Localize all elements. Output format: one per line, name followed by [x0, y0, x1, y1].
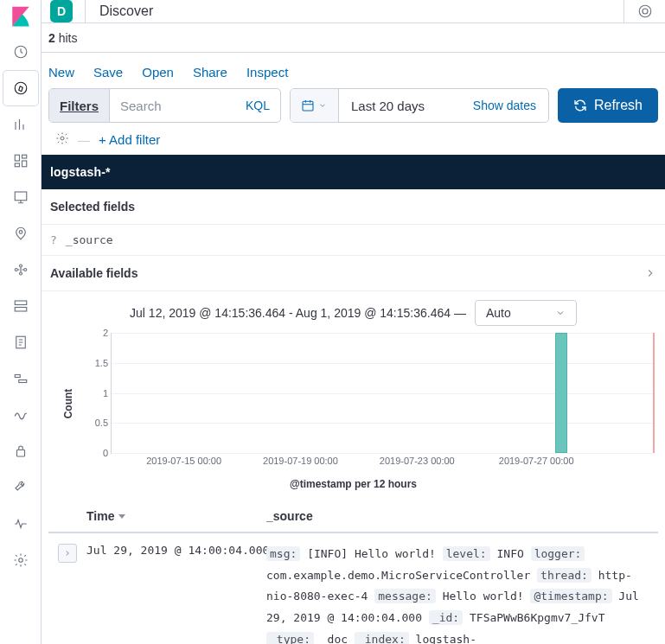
search-input[interactable]: Search KQL [110, 89, 280, 122]
svg-rect-5 [15, 163, 19, 167]
nav-ml-icon[interactable] [3, 252, 38, 287]
svg-rect-16 [18, 380, 26, 383]
now-marker [653, 333, 655, 453]
table-header: Time _source [48, 495, 658, 533]
refresh-label: Refresh [594, 98, 643, 113]
table-row: Jul 29, 2019 @ 14:00:04.000 msg: [INFO] … [48, 533, 658, 644]
svg-rect-12 [15, 301, 27, 305]
nav-monitoring-icon[interactable] [3, 507, 38, 541]
svg-point-22 [61, 137, 64, 140]
chart-y-label: Count [62, 389, 74, 419]
menu-new[interactable]: New [48, 65, 74, 80]
svg-rect-6 [15, 192, 27, 201]
nav-apm-icon[interactable] [3, 361, 38, 396]
nav-logs-icon[interactable] [3, 325, 38, 360]
selected-field-row[interactable]: ? _source [42, 225, 665, 256]
chevron-right-icon [644, 267, 656, 279]
side-nav [0, 0, 42, 644]
sort-desc-icon [118, 512, 126, 520]
available-fields-toggle[interactable]: Available fields [42, 256, 665, 291]
svg-point-7 [19, 231, 22, 234]
svg-point-18 [18, 558, 22, 563]
menu-share[interactable]: Share [193, 65, 227, 80]
histogram-chart[interactable]: Count 00.511.52 2019-07-15 00:002019-07-… [74, 333, 658, 475]
svg-rect-2 [15, 155, 19, 161]
expand-row-button[interactable] [58, 544, 77, 563]
col-time[interactable]: Time [86, 509, 266, 523]
svg-rect-3 [22, 155, 26, 158]
menu-inspect[interactable]: Inspect [246, 65, 288, 80]
svg-point-1 [15, 82, 27, 94]
date-quick-button[interactable] [291, 89, 339, 122]
topbar: D Discover [42, 0, 665, 23]
svg-rect-15 [15, 375, 20, 378]
top-menu: New Save Open Share Inspect [42, 53, 665, 88]
nav-canvas-icon[interactable] [3, 180, 38, 214]
svg-point-20 [643, 9, 648, 14]
svg-point-8 [15, 269, 17, 271]
field-name: _source [66, 233, 113, 246]
chevron-down-icon [555, 308, 566, 318]
histogram-bar[interactable] [555, 333, 567, 453]
svg-rect-4 [22, 161, 26, 167]
nav-uptime-icon[interactable] [3, 398, 38, 432]
svg-point-11 [23, 269, 26, 271]
svg-rect-17 [16, 450, 24, 457]
chart-range-label: Jul 12, 2019 @ 14:15:36.464 - Aug 1, 201… [130, 306, 466, 320]
svg-point-9 [19, 265, 22, 267]
filter-settings-icon[interactable] [55, 131, 69, 148]
search-placeholder: Search [120, 99, 162, 113]
selected-fields-heading: Selected fields [42, 189, 665, 225]
space-selector[interactable]: D [50, 0, 73, 22]
svg-rect-21 [303, 101, 313, 111]
svg-rect-13 [15, 308, 27, 312]
query-language-switcher[interactable]: KQL [246, 99, 270, 112]
interval-select[interactable]: Auto [475, 300, 577, 326]
refresh-button[interactable]: Refresh [558, 88, 658, 123]
menu-open[interactable]: Open [142, 65, 174, 80]
svg-point-19 [639, 5, 651, 17]
nav-recent-icon[interactable] [3, 35, 38, 69]
index-pattern-selector[interactable]: logstash-* [42, 155, 665, 189]
nav-dashboard-icon[interactable] [3, 143, 38, 178]
field-type-icon: ? [50, 233, 57, 246]
svg-point-10 [19, 272, 22, 275]
nav-discover-icon[interactable] [3, 71, 38, 105]
nav-devtools-icon[interactable] [3, 470, 38, 505]
filters-button[interactable]: Filters [49, 89, 110, 122]
row-time: Jul 29, 2019 @ 14:00:04.000 [86, 544, 266, 557]
row-source: msg: [INFO] Hello world! level: INFO log… [266, 544, 658, 644]
nav-visualize-icon[interactable] [3, 107, 38, 142]
kibana-logo-icon[interactable] [10, 5, 32, 28]
date-range-label[interactable]: Last 20 days [351, 99, 425, 113]
add-filter-button[interactable]: + Add filter [99, 132, 160, 147]
col-source[interactable]: _source [266, 509, 313, 523]
newsfeed-icon[interactable] [623, 0, 665, 22]
menu-save[interactable]: Save [93, 65, 123, 80]
nav-siem-icon[interactable] [3, 434, 38, 469]
nav-maps-icon[interactable] [3, 216, 38, 251]
nav-infra-icon[interactable] [3, 289, 38, 323]
breadcrumb: Discover [85, 0, 623, 22]
hits-count: 2 hits [42, 23, 665, 53]
chart-x-label: @timestamp per 12 hours [48, 475, 658, 495]
show-dates-link[interactable]: Show dates [473, 99, 536, 112]
nav-management-icon[interactable] [3, 543, 38, 577]
